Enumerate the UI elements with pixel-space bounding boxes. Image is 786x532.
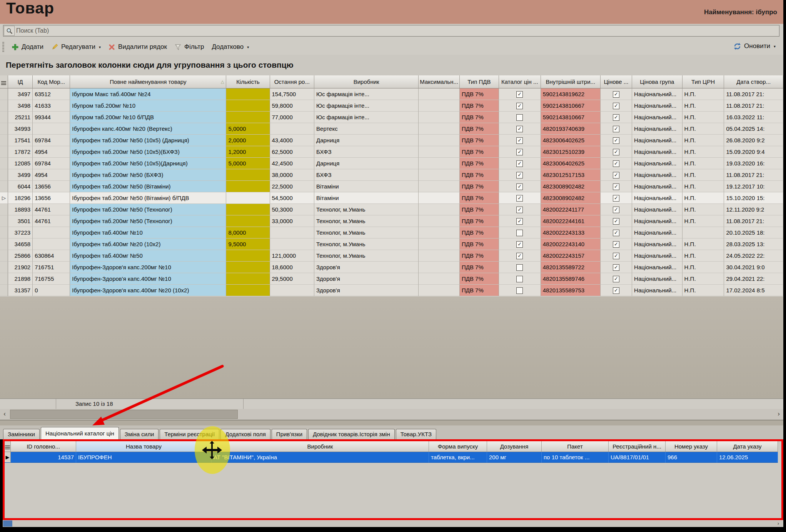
column-header-last[interactable]: Остання ро... xyxy=(270,75,315,88)
cell-last[interactable]: 43,4000 xyxy=(270,135,315,146)
cell-group[interactable]: Національний... xyxy=(632,158,683,169)
checkbox-checked-icon[interactable] xyxy=(613,126,619,132)
cell-created[interactable]: 17.02.2024 8:5 xyxy=(724,285,783,296)
cell-barcode[interactable]: 4820022243157 xyxy=(541,250,601,262)
edit-button[interactable]: Редагувати▾ xyxy=(47,42,105,52)
cell-code[interactable]: 69784 xyxy=(33,158,70,169)
cell-crn[interactable]: Н.П. xyxy=(683,285,724,296)
cell-qty[interactable] xyxy=(226,250,270,262)
column-header-max[interactable]: Максимальн... xyxy=(419,75,460,88)
cell-code[interactable] xyxy=(33,123,70,135)
cell-id[interactable]: 34993 xyxy=(8,123,33,135)
cell-qty[interactable] xyxy=(226,285,270,296)
column-header-id[interactable]: ІД xyxy=(8,75,33,88)
cell-id[interactable]: 18893 xyxy=(8,204,33,215)
cell-name[interactable]: Ібупрофен таб.400мг №50 xyxy=(70,250,226,262)
table-row[interactable]: 2521199344Ібупром таб.200мг №10 б/ПДВ77,… xyxy=(0,112,783,123)
column-header-form[interactable]: Форма випуску xyxy=(429,441,487,452)
table-row[interactable]: 313570Ібупрофен-Здоров'я капс.400мг №20 … xyxy=(0,285,783,296)
checkbox-checked-icon[interactable] xyxy=(516,241,523,248)
cell-code[interactable]: 716755 xyxy=(33,273,70,285)
cell-max[interactable] xyxy=(419,285,460,296)
cell-created[interactable]: 24.05.2022 22: xyxy=(724,250,783,262)
cell-barcode[interactable]: 4823006402625 xyxy=(541,135,601,146)
cell-group[interactable]: Національний... xyxy=(632,123,683,135)
cell-created[interactable]: 11.08.2017 21: xyxy=(724,169,783,181)
column-header-id[interactable]: ID головно... xyxy=(11,441,76,452)
cell-code[interactable]: 630864 xyxy=(33,250,70,262)
cell-last[interactable] xyxy=(270,123,315,135)
cell-name[interactable]: Ібупрофен таб.200мг №50 (10х5)(БХФЗ) xyxy=(70,146,226,158)
scrollbar-thumb[interactable] xyxy=(10,410,238,419)
cell-group[interactable]: Національний... xyxy=(632,273,683,285)
column-header-barcode[interactable]: Внутрішній штри... xyxy=(541,75,601,88)
column-header-code[interactable]: Код Мор... xyxy=(33,75,70,88)
tab-pryviazky[interactable]: Прив'язки xyxy=(272,429,307,439)
cell-group[interactable]: Національний... xyxy=(632,169,683,181)
cell-id[interactable]: 31357 xyxy=(8,285,33,296)
cell-qty[interactable] xyxy=(226,192,270,204)
cell-group[interactable]: Національний... xyxy=(632,285,683,296)
cell-last[interactable]: 22,5000 xyxy=(270,181,315,192)
cell-code[interactable]: 63512 xyxy=(33,88,70,100)
cell-name[interactable]: Ібупрофен таб.200мг №50 (Технолог) xyxy=(70,204,226,215)
cell-vat[interactable]: ПДВ 7% xyxy=(460,88,499,100)
checkbox-checked-icon[interactable] xyxy=(516,253,523,259)
cell-barcode[interactable]: 4823012517153 xyxy=(541,169,601,181)
cell-code[interactable] xyxy=(33,227,70,238)
cell-qty[interactable] xyxy=(226,273,270,285)
cell-id[interactable]: 25866 xyxy=(8,250,33,262)
checkbox-checked-icon[interactable] xyxy=(516,103,523,109)
more-button[interactable]: Додатково▾ xyxy=(208,42,253,52)
detail-scroll-left-arrow[interactable] xyxy=(3,520,12,527)
tab-dodatkovi-polia[interactable]: Додаткові поля xyxy=(220,429,270,439)
cell-group[interactable]: Національний... xyxy=(632,112,683,123)
checkbox-unchecked-icon[interactable] xyxy=(516,114,523,121)
checkbox-checked-icon[interactable] xyxy=(613,91,619,98)
cell-vendor[interactable]: Технолог, м.Умань xyxy=(314,215,419,227)
cell-barcode[interactable]: 4820135589753 xyxy=(541,285,601,296)
cell-max[interactable] xyxy=(419,204,460,215)
cell-vat[interactable]: ПДВ 7% xyxy=(460,238,499,250)
column-header-vendor[interactable]: Виробник xyxy=(314,75,419,88)
cell-group[interactable]: Національний... xyxy=(632,238,683,250)
cell-name[interactable]: Ібупрофен таб.400мг №20 (10х2) xyxy=(70,238,226,250)
filter-button[interactable]: Фільтр xyxy=(171,42,208,52)
checkbox-checked-icon[interactable] xyxy=(613,207,619,213)
tab-zmina-syly[interactable]: Зміна сили xyxy=(120,429,159,439)
tab-dovidnyk-istoriia-zmin[interactable]: Довідник товарів.Історія змін xyxy=(308,429,395,439)
cell-created[interactable]: 19.03.2020 16: xyxy=(724,158,783,169)
cell-vat[interactable]: ПДВ 7% xyxy=(460,112,499,123)
cell-qty[interactable] xyxy=(226,204,270,215)
table-row[interactable]: 37223Ібупрофен таб.400мг №108,0000Технол… xyxy=(0,227,783,238)
cell-barcode[interactable]: 4823006402625 xyxy=(541,158,601,169)
cell-barcode[interactable]: 4823012510239 xyxy=(541,146,601,158)
cell-barcode[interactable]: 4820135589746 xyxy=(541,273,601,285)
checkbox-checked-icon[interactable] xyxy=(516,207,523,213)
cell-barcode[interactable]: 4823008902482 xyxy=(541,181,601,192)
checkbox-checked-icon[interactable] xyxy=(516,195,523,202)
cell-last[interactable]: 62,5000 xyxy=(270,146,315,158)
table-row[interactable]: 21898716755Ібупрофен-Здоров'я капс.400мг… xyxy=(0,273,783,285)
cell-last[interactable]: 33,0000 xyxy=(270,215,315,227)
cell-id[interactable]: 21902 xyxy=(8,262,33,273)
cell-vendor[interactable]: Вертекс xyxy=(314,123,419,135)
checkbox-unchecked-icon[interactable] xyxy=(516,230,523,236)
checkbox-checked-icon[interactable] xyxy=(613,172,619,178)
cell-name[interactable]: Ібупрофен капс.400мг №20 (Вертекс) xyxy=(70,123,226,135)
cell-vendor[interactable]: Здоров'я xyxy=(314,262,419,273)
cell-crn[interactable]: Н.П. xyxy=(683,238,724,250)
cell-max[interactable] xyxy=(419,112,460,123)
table-row[interactable]: 34658Ібупрофен таб.400мг №20 (10х2)9,500… xyxy=(0,238,783,250)
cell-crn[interactable]: Н.П. xyxy=(683,123,724,135)
cell-name[interactable]: Ібупрофен-Здоров'я капс.400мг №10 xyxy=(70,273,226,285)
cell-vat[interactable]: ПДВ 7% xyxy=(460,262,499,273)
cell-qty[interactable] xyxy=(226,88,270,100)
cell-pack[interactable]: по 10 таблеток ... xyxy=(542,452,609,463)
cell-name[interactable]: Ібупрофен таб.400мг №10 xyxy=(70,227,226,238)
cell-name[interactable]: Ібупрофен таб.200мг №50 (Вітаміни) б/ПДВ xyxy=(70,192,226,204)
cell-id[interactable]: 18296 xyxy=(8,192,33,204)
cell-vendor[interactable]: Юс фармація інте... xyxy=(314,112,419,123)
cell-vendor[interactable]: Дарниця xyxy=(314,135,419,146)
cell-qty[interactable] xyxy=(226,112,270,123)
